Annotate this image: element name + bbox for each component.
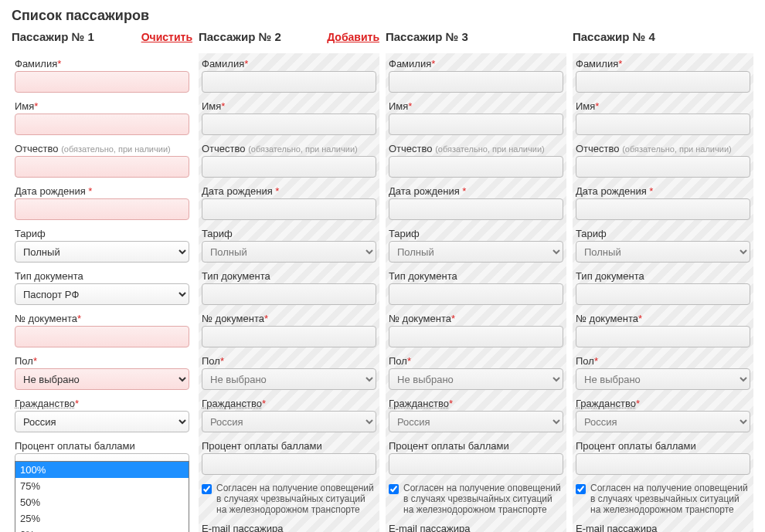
patronymic-input[interactable] bbox=[15, 156, 189, 178]
consent-row: Согласен на получение оповещений в случа… bbox=[389, 483, 563, 515]
label-doctype: Тип документа bbox=[389, 270, 563, 282]
label-points: Процент оплаты баллами bbox=[15, 440, 189, 452]
doctype-select[interactable]: Паспорт РФ bbox=[15, 283, 189, 305]
passenger-title: Пассажир № 1 bbox=[12, 30, 94, 43]
consent-text: Согласен на получение оповещений в случа… bbox=[216, 483, 376, 515]
label-lastname: Фамилия* bbox=[202, 58, 376, 69]
label-doctype: Тип документа bbox=[576, 270, 750, 282]
firstname-input[interactable] bbox=[576, 114, 750, 135]
docnumber-input[interactable] bbox=[15, 326, 189, 347]
label-lastname: Фамилия* bbox=[15, 58, 189, 69]
label-lastname: Фамилия* bbox=[389, 58, 563, 69]
label-lastname: Фамилия* bbox=[576, 58, 750, 69]
passenger-title: Пассажир № 4 bbox=[573, 30, 655, 43]
label-firstname: Имя* bbox=[389, 100, 563, 112]
points-input[interactable] bbox=[202, 453, 376, 475]
label-birthdate: Дата рождения * bbox=[576, 185, 750, 197]
label-birthdate: Дата рождения * bbox=[389, 185, 563, 197]
birthdate-input[interactable] bbox=[576, 198, 750, 220]
label-gender: Пол* bbox=[15, 355, 189, 367]
firstname-input[interactable] bbox=[15, 114, 189, 135]
page-title: Список пассажиров bbox=[12, 8, 753, 24]
points-dropdown[interactable]: 100% 75% 50% 25% 0% bbox=[15, 461, 189, 532]
points-option-25[interactable]: 25% bbox=[15, 510, 189, 527]
label-points: Процент оплаты баллами bbox=[389, 440, 563, 452]
passenger-columns: Пассажир № 1 Очистить Фамилия* Имя* Отче… bbox=[12, 30, 753, 532]
label-email: E-mail пассажира bbox=[576, 523, 750, 532]
lastname-input[interactable] bbox=[576, 71, 750, 93]
docnumber-input[interactable] bbox=[576, 326, 750, 347]
gender-select[interactable]: Не выбрано bbox=[202, 368, 376, 390]
gender-select[interactable]: Не выбрано bbox=[15, 368, 189, 390]
patronymic-input[interactable] bbox=[389, 156, 563, 178]
consent-checkbox[interactable] bbox=[202, 484, 212, 494]
consent-row: Согласен на получение оповещений в случа… bbox=[202, 483, 376, 515]
label-points: Процент оплаты баллами bbox=[202, 440, 376, 452]
label-gender: Пол* bbox=[202, 355, 376, 367]
passenger-title: Пассажир № 2 bbox=[199, 30, 281, 43]
label-docnumber: № документа* bbox=[576, 313, 750, 324]
consent-text: Согласен на получение оповещений в случа… bbox=[590, 483, 750, 515]
label-citizenship: Гражданство* bbox=[576, 398, 750, 409]
label-gender: Пол* bbox=[576, 355, 750, 367]
patronymic-input[interactable] bbox=[202, 156, 376, 178]
label-tariff: Тариф bbox=[202, 228, 376, 239]
consent-checkbox[interactable] bbox=[576, 484, 586, 494]
consent-row: Согласен на получение оповещений в случа… bbox=[576, 483, 750, 515]
label-doctype: Тип документа bbox=[202, 270, 376, 282]
tariff-select[interactable]: Полный bbox=[202, 241, 376, 263]
label-birthdate: Дата рождения * bbox=[202, 185, 376, 197]
gender-select[interactable]: Не выбрано bbox=[389, 368, 563, 390]
doctype-input[interactable] bbox=[202, 283, 376, 305]
docnumber-input[interactable] bbox=[202, 326, 376, 347]
passenger-col-1: Пассажир № 1 Очистить Фамилия* Имя* Отче… bbox=[12, 30, 192, 532]
passenger-col-3: Пассажир № 3 Фамилия* Имя* Отчество (обя… bbox=[386, 30, 566, 532]
label-points: Процент оплаты баллами bbox=[576, 440, 750, 452]
birthdate-input[interactable] bbox=[15, 198, 189, 220]
label-docnumber: № документа* bbox=[15, 313, 189, 324]
points-input[interactable] bbox=[389, 453, 563, 475]
label-firstname: Имя* bbox=[576, 100, 750, 112]
points-option-75[interactable]: 75% bbox=[15, 478, 189, 494]
citizenship-select[interactable]: Россия bbox=[389, 411, 563, 432]
label-tariff: Тариф bbox=[576, 228, 750, 239]
label-docnumber: № документа* bbox=[202, 313, 376, 324]
doctype-input[interactable] bbox=[389, 283, 563, 305]
docnumber-input[interactable] bbox=[389, 326, 563, 347]
label-patronymic: Отчество (обязательно, при наличии) bbox=[15, 143, 189, 154]
clear-link[interactable]: Очистить bbox=[141, 31, 192, 43]
lastname-input[interactable] bbox=[15, 71, 189, 93]
consent-checkbox[interactable] bbox=[389, 484, 399, 494]
patronymic-input[interactable] bbox=[576, 156, 750, 178]
lastname-input[interactable] bbox=[202, 71, 376, 93]
birthdate-input[interactable] bbox=[389, 198, 563, 220]
gender-select[interactable]: Не выбрано bbox=[576, 368, 750, 390]
label-doctype: Тип документа bbox=[15, 270, 189, 282]
label-email: E-mail пассажира bbox=[389, 523, 563, 532]
passenger-title: Пассажир № 3 bbox=[386, 30, 468, 43]
points-option-100[interactable]: 100% bbox=[15, 462, 189, 478]
citizenship-select[interactable]: Россия bbox=[576, 411, 750, 432]
lastname-input[interactable] bbox=[389, 71, 563, 93]
label-patronymic: Отчество (обязательно, при наличии) bbox=[576, 143, 750, 154]
label-tariff: Тариф bbox=[389, 228, 563, 239]
label-citizenship: Гражданство* bbox=[202, 398, 376, 409]
passenger-col-4: Пассажир № 4 Фамилия* Имя* Отчество (обя… bbox=[573, 30, 753, 532]
points-input[interactable] bbox=[576, 453, 750, 475]
add-link[interactable]: Добавить bbox=[327, 31, 379, 43]
tariff-select[interactable]: Полный bbox=[576, 241, 750, 263]
label-birthdate: Дата рождения * bbox=[15, 185, 189, 197]
birthdate-input[interactable] bbox=[202, 198, 376, 220]
tariff-select[interactable]: Полный bbox=[15, 241, 189, 263]
firstname-input[interactable] bbox=[389, 114, 563, 135]
doctype-input[interactable] bbox=[576, 283, 750, 305]
label-gender: Пол* bbox=[389, 355, 563, 367]
points-option-50[interactable]: 50% bbox=[15, 494, 189, 510]
tariff-select[interactable]: Полный bbox=[389, 241, 563, 263]
citizenship-select[interactable]: Россия bbox=[15, 411, 189, 432]
points-option-0[interactable]: 0% bbox=[15, 527, 189, 532]
firstname-input[interactable] bbox=[202, 114, 376, 135]
label-firstname: Имя* bbox=[15, 100, 189, 112]
citizenship-select[interactable]: Россия bbox=[202, 411, 376, 432]
label-citizenship: Гражданство* bbox=[15, 398, 189, 409]
